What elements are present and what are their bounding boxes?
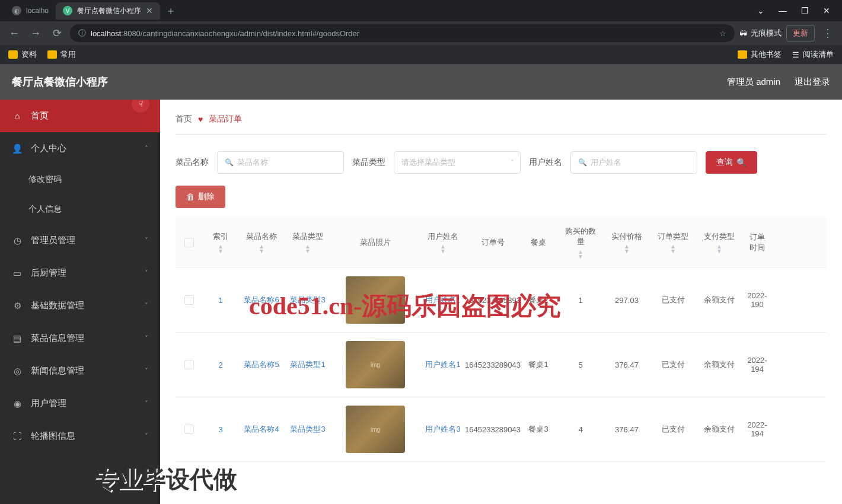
- heart-icon: ♥: [198, 114, 203, 124]
- th-table: 餐桌: [519, 229, 557, 256]
- minimize-icon[interactable]: —: [779, 6, 787, 15]
- sidebar-item-personal[interactable]: 👤 个人中心 ˄: [0, 132, 160, 165]
- cell-price: 297.03: [604, 288, 650, 313]
- search-icon: 🔍: [736, 158, 747, 167]
- logout-link[interactable]: 退出登录: [795, 76, 830, 88]
- app-header: 餐厅点餐微信小程序 管理员 admin 退出登录: [0, 64, 842, 100]
- clock-icon: ◷: [12, 235, 23, 246]
- sidebar-sub-change-password[interactable]: 修改密码: [0, 165, 160, 194]
- sort-icon: ▲▼: [578, 250, 583, 259]
- forward-icon[interactable]: →: [27, 25, 44, 42]
- th-name[interactable]: 菜品名称▲▼: [238, 223, 285, 262]
- th-price[interactable]: 实付价格▲▼: [604, 223, 650, 262]
- th-pay-type[interactable]: 支付类型▲▼: [696, 223, 742, 262]
- delete-button[interactable]: 🗑删除: [176, 186, 225, 208]
- update-button[interactable]: 更新: [786, 25, 815, 42]
- chevron-down-icon: ˅: [145, 237, 148, 245]
- checkbox-all[interactable]: [184, 238, 194, 247]
- dropdown-icon[interactable]: ⌄: [757, 6, 764, 15]
- cell-price: 376.47: [604, 417, 650, 442]
- restore-icon[interactable]: ❐: [801, 6, 809, 15]
- cell-type[interactable]: 菜品类型3: [285, 416, 331, 443]
- food-image[interactable]: img: [346, 406, 405, 453]
- star-icon[interactable]: ☆: [719, 29, 726, 38]
- cell-user[interactable]: 用户姓名3: [420, 416, 466, 443]
- expand-icon: ⛶: [12, 431, 23, 442]
- home-icon: ⌂: [12, 111, 23, 122]
- input-user-name[interactable]: 🔍用户姓名: [570, 151, 697, 174]
- cell-index: 2: [203, 352, 238, 378]
- incognito-icon: 🕶: [739, 29, 747, 38]
- bookmark-bar: 资料 常用 其他书签 ☰阅读清单: [0, 45, 842, 64]
- label-user-name: 用户姓名: [529, 157, 562, 168]
- reading-list[interactable]: ☰阅读清单: [792, 49, 834, 60]
- query-button[interactable]: 查询🔍: [706, 151, 757, 174]
- back-icon[interactable]: ←: [6, 25, 23, 42]
- tab-inactive[interactable]: ◐ localho: [5, 2, 56, 19]
- tab-active[interactable]: V 餐厅点餐微信小程序 ✕: [56, 2, 160, 20]
- cell-type[interactable]: 菜品类型3: [285, 286, 331, 314]
- cell-user[interactable]: 用户姓名1: [420, 286, 466, 314]
- menu-icon[interactable]: ⋮: [819, 25, 836, 42]
- close-window-icon[interactable]: ✕: [823, 6, 830, 15]
- food-image[interactable]: img: [346, 276, 405, 324]
- cell-name[interactable]: 菜品名称4: [238, 416, 285, 443]
- chevron-down-icon: ˅: [145, 334, 148, 343]
- sidebar-item-label: 新闻信息管理: [31, 365, 84, 377]
- breadcrumb: 首页 ♥ 菜品订单: [176, 114, 827, 135]
- sort-icon: ▲▼: [259, 244, 264, 254]
- sidebar-item-admin-mgmt[interactable]: ◷ 管理员管理 ˅: [0, 224, 160, 257]
- cell-order: 1645233289043: [466, 352, 519, 378]
- browser-chrome: ◐ localho V 餐厅点餐微信小程序 ✕ ＋ ⌄ — ❐ ✕ ← → ⟳ …: [0, 0, 842, 64]
- url-input[interactable]: ⓘ localhost :8080/cantingdiancanxiaochen…: [70, 24, 735, 42]
- cursor-indicator-icon: ☟: [132, 100, 149, 113]
- table-row: 2菜品名称5菜品类型1img用户姓名11645233289043餐桌15376.…: [176, 333, 827, 397]
- cell-order-type: 已支付: [650, 351, 696, 378]
- food-image[interactable]: img: [346, 341, 405, 388]
- sidebar-item-dish-mgmt[interactable]: ▤ 菜品信息管理 ˅: [0, 322, 160, 355]
- sidebar-item-user-mgmt[interactable]: ◉ 用户管理 ˅: [0, 387, 160, 420]
- checkbox-row[interactable]: [184, 295, 194, 305]
- sidebar-item-kitchen-mgmt[interactable]: ▭ 后厨管理 ˅: [0, 257, 160, 289]
- watermark-bottom: 专业毕设代做: [95, 463, 237, 496]
- th-user[interactable]: 用户姓名▲▼: [420, 223, 466, 262]
- th-type[interactable]: 菜品类型▲▼: [285, 223, 331, 262]
- info-icon: ⓘ: [78, 28, 86, 39]
- chevron-down-icon: ˅: [145, 269, 148, 277]
- checkbox-row[interactable]: [184, 360, 194, 369]
- admin-label[interactable]: 管理员 admin: [727, 76, 780, 88]
- sidebar-item-news-mgmt[interactable]: ◎ 新闻信息管理 ˅: [0, 355, 160, 387]
- th-index[interactable]: 索引▲▼: [203, 223, 238, 262]
- breadcrumb-home[interactable]: 首页: [176, 114, 192, 125]
- cell-order-type: 已支付: [650, 416, 696, 443]
- bookmark-item[interactable]: 资料: [8, 49, 37, 60]
- list-icon: ▤: [12, 333, 23, 344]
- sidebar-item-home[interactable]: ⌂ 首页 ☟: [0, 100, 160, 132]
- other-bookmarks[interactable]: 其他书签: [738, 49, 782, 60]
- th-qty[interactable]: 购买的数量▲▼: [557, 218, 604, 267]
- new-tab-button[interactable]: ＋: [162, 2, 179, 19]
- cell-table: 餐桌2: [519, 286, 557, 314]
- bookmark-item[interactable]: 常用: [47, 49, 76, 60]
- close-icon[interactable]: ✕: [146, 6, 153, 15]
- sidebar-item-carousel[interactable]: ⛶ 轮播图信息 ˅: [0, 420, 160, 452]
- breadcrumb-current: 菜品订单: [209, 114, 242, 125]
- sidebar-item-basedata-mgmt[interactable]: ⚙ 基础数据管理 ˅: [0, 289, 160, 322]
- cell-name[interactable]: 菜品名称5: [238, 351, 285, 378]
- chevron-down-icon: ˅: [145, 367, 148, 375]
- cell-time: 2022-194: [742, 347, 772, 382]
- sort-icon: ▲▼: [305, 244, 311, 254]
- sidebar-item-label: 用户管理: [31, 398, 66, 409]
- reload-icon[interactable]: ⟳: [49, 25, 65, 42]
- th-order-type[interactable]: 订单类型▲▼: [650, 223, 696, 262]
- checkbox-row[interactable]: [184, 425, 194, 434]
- input-dish-name[interactable]: 🔍菜品名称: [217, 151, 344, 174]
- cell-user[interactable]: 用户姓名1: [420, 351, 466, 378]
- cell-name[interactable]: 菜品名称6: [238, 286, 285, 314]
- select-dish-type[interactable]: 请选择菜品类型˅: [394, 151, 521, 174]
- sidebar-sub-personal-info[interactable]: 个人信息: [0, 194, 160, 224]
- search-icon: 🔍: [578, 158, 587, 167]
- cell-type[interactable]: 菜品类型1: [285, 351, 331, 378]
- search-icon: 🔍: [225, 158, 234, 167]
- sort-icon: ▲▼: [716, 244, 722, 254]
